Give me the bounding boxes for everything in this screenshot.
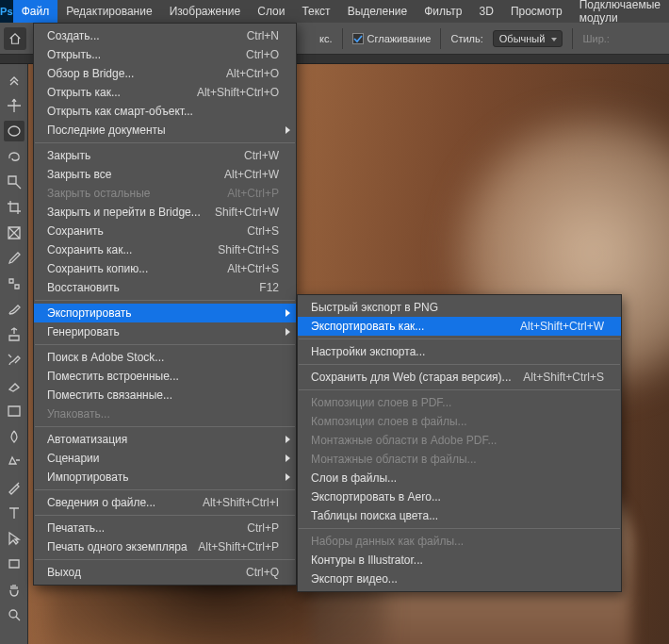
export-submenu-item-0[interactable]: Быстрый экспорт в PNG	[298, 298, 621, 317]
menu-item-label: Печатать...	[47, 521, 247, 535]
export-submenu-item-3[interactable]: Настройки экспорта...	[298, 342, 621, 361]
style-select[interactable]: Обычный	[493, 30, 563, 47]
menu-item-label: Поиск в Adobe Stock...	[47, 351, 279, 364]
export-submenu-item-5[interactable]: Сохранить для Web (старая версия)...Alt+…	[298, 368, 621, 387]
export-submenu-item-13[interactable]: Таблицы поиска цвета...	[298, 506, 621, 525]
tool-clone[interactable]	[4, 324, 24, 345]
file-menu-item-3[interactable]: Открыть как...Alt+Shift+Ctrl+O	[34, 83, 296, 102]
toolbar-collapse-icon[interactable]	[4, 70, 24, 91]
tool-blur[interactable]	[4, 426, 24, 447]
tool-frame[interactable]	[4, 223, 24, 243]
file-menu-item-2[interactable]: Обзор в Bridge...Alt+Ctrl+O	[34, 64, 296, 83]
checkbox-icon	[352, 33, 364, 44]
file-menu-item-11[interactable]: СохранитьCtrl+S	[34, 222, 296, 240]
submenu-arrow-icon	[286, 309, 290, 317]
menu-item-label: Обзор в Bridge...	[47, 67, 226, 80]
menu-файл[interactable]: Файл	[13, 0, 58, 23]
file-menu-item-14[interactable]: ВосстановитьF12	[34, 278, 296, 297]
menubar: Ps ФайлРедактированиеИзображениеСлоиТекс…	[0, 0, 669, 23]
smoothing-checkbox[interactable]: Сглаживание	[352, 33, 432, 44]
menu-item-label: Настройки экспорта...	[311, 345, 604, 358]
file-menu-item-28[interactable]: Сведения о файле...Alt+Shift+Ctrl+I	[34, 493, 296, 512]
menu-separator	[35, 515, 295, 516]
tool-lasso[interactable]	[4, 146, 24, 167]
tool-object-select[interactable]	[4, 172, 24, 192]
export-submenu-item-11[interactable]: Слои в файлы...	[298, 469, 621, 487]
menu-item-label: Упаковать...	[47, 407, 279, 421]
menu-изображение[interactable]: Изображение	[161, 0, 250, 23]
file-menu-item-1[interactable]: Открыть...Ctrl+O	[34, 45, 296, 64]
menu-item-label: Автоматизация	[47, 433, 279, 446]
menu-item-shortcut: Alt+Ctrl+W	[224, 168, 279, 181]
separator	[440, 28, 441, 49]
menu-item-label: Сценарии	[47, 452, 279, 465]
tool-eraser[interactable]	[4, 375, 24, 396]
menu-фильтр[interactable]: Фильтр	[416, 0, 470, 23]
tool-move[interactable]	[4, 95, 24, 116]
menu-item-label: Экспортировать как...	[311, 320, 520, 333]
file-menu-item-24[interactable]: Автоматизация	[34, 430, 296, 449]
tool-pen[interactable]	[4, 477, 24, 498]
menu-item-shortcut: Ctrl+W	[244, 149, 279, 162]
tool-history-brush[interactable]	[4, 350, 24, 371]
menu-separator	[35, 142, 295, 143]
file-menu-item-20[interactable]: Поместить встроенные...	[34, 367, 296, 386]
width-label: Шир.:	[582, 33, 609, 44]
file-menu-item-8[interactable]: Закрыть всеAlt+Ctrl+W	[34, 165, 296, 184]
submenu-arrow-icon	[286, 454, 290, 462]
file-menu-item-17[interactable]: Генерировать	[34, 322, 296, 341]
menu-редактирование[interactable]: Редактирование	[57, 0, 160, 23]
file-menu-item-21[interactable]: Поместить связанные...	[34, 386, 296, 405]
menu-item-label: Монтажные области в файлы...	[311, 453, 604, 466]
file-menu-item-4[interactable]: Открыть как смарт-объект...	[34, 102, 296, 121]
tool-zoom[interactable]	[4, 604, 24, 625]
tool-gradient[interactable]	[4, 401, 24, 421]
export-submenu-item-17[interactable]: Экспорт видео...	[298, 570, 621, 588]
file-menu-item-5[interactable]: Последние документы	[34, 121, 296, 140]
export-submenu-item-9: Монтажные области в Adobe PDF...	[298, 431, 621, 450]
file-menu-item-12[interactable]: Сохранить как...Shift+Ctrl+S	[34, 240, 296, 259]
file-menu-item-30[interactable]: Печатать...Ctrl+P	[34, 519, 296, 537]
tool-rectangle[interactable]	[4, 553, 24, 574]
tool-crop[interactable]	[4, 197, 24, 218]
menu-item-label: Сведения о файле...	[47, 496, 203, 509]
menu-просмотр[interactable]: Просмотр	[502, 0, 571, 23]
file-menu-item-33[interactable]: ВыходCtrl+Q	[34, 563, 296, 582]
menu-текст[interactable]: Текст	[293, 0, 338, 23]
menu-слои[interactable]: Слои	[249, 0, 293, 23]
tool-hand[interactable]	[4, 579, 24, 600]
menu-3d[interactable]: 3D	[471, 0, 502, 23]
home-button[interactable]	[4, 27, 26, 50]
tool-eyedropper[interactable]	[4, 248, 24, 269]
file-menu-item-0[interactable]: Создать...Ctrl+N	[34, 26, 296, 45]
export-submenu-item-7: Композиции слоев в PDF...	[298, 393, 621, 412]
file-menu-item-26[interactable]: Импортировать	[34, 468, 296, 487]
tool-brush[interactable]	[4, 299, 24, 320]
menu-item-label: Импортировать	[47, 471, 279, 484]
tool-healing[interactable]	[4, 273, 24, 294]
menu-выделение[interactable]: Выделение	[339, 0, 416, 23]
menu-separator	[35, 300, 295, 301]
menu-item-shortcut: Ctrl+O	[246, 48, 279, 61]
file-menu-item-10[interactable]: Закрыть и перейти в Bridge...Shift+Ctrl+…	[34, 203, 296, 222]
menu-item-shortcut: Alt+Ctrl+O	[226, 67, 279, 80]
file-menu-item-31[interactable]: Печать одного экземпляраAlt+Shift+Ctrl+P	[34, 537, 296, 556]
menu-item-shortcut: Alt+Shift+Ctrl+P	[198, 540, 279, 553]
tool-type[interactable]	[4, 503, 24, 523]
export-submenu-item-16[interactable]: Контуры в Illustrator...	[298, 551, 621, 570]
tool-path-select[interactable]	[4, 528, 24, 549]
separator	[572, 28, 573, 49]
menu-item-label: Контуры в Illustrator...	[311, 553, 604, 567]
export-submenu-item-12[interactable]: Экспортировать в Aero...	[298, 487, 621, 506]
menu-item-label: Закрыть все	[47, 168, 224, 181]
tool-marquee-ellipse[interactable]	[4, 121, 24, 141]
file-menu-item-25[interactable]: Сценарии	[34, 449, 296, 468]
file-menu-item-16[interactable]: Экспортировать	[34, 304, 296, 322]
file-menu-item-13[interactable]: Сохранить копию...Alt+Ctrl+S	[34, 259, 296, 278]
export-submenu-item-1[interactable]: Экспортировать как...Alt+Shift+Ctrl+W	[298, 317, 621, 336]
tool-dodge[interactable]	[4, 452, 24, 472]
menu-подключаемые модули[interactable]: Подключаемые модули	[571, 0, 669, 23]
menu-item-label: Создать...	[47, 29, 247, 42]
file-menu-item-19[interactable]: Поиск в Adobe Stock...	[34, 348, 296, 367]
file-menu-item-7[interactable]: ЗакрытьCtrl+W	[34, 146, 296, 165]
